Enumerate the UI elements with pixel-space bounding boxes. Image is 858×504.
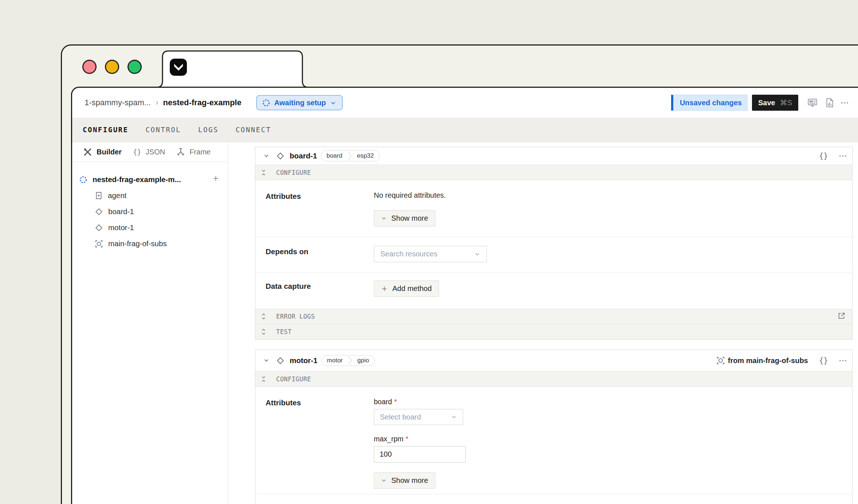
- motor-type-badge: motor gpio: [321, 355, 375, 366]
- field-max-rpm-label: max_rpm: [374, 435, 403, 443]
- awaiting-setup-spinner-icon: [262, 99, 270, 107]
- machine-spinner-icon: [79, 176, 87, 184]
- badge-divider: [348, 355, 352, 366]
- sidebar-mode-tabs: Builder {} JSON Frame: [72, 142, 228, 162]
- card-menu-icon[interactable]: ···: [839, 357, 847, 365]
- show-more-button[interactable]: Show more: [374, 210, 435, 227]
- motor-configure-section[interactable]: CONFIGURE: [255, 371, 852, 387]
- mode-builder-label: Builder: [97, 148, 122, 156]
- required-asterisk: *: [394, 398, 397, 406]
- collapse-chevron-icon[interactable]: [263, 358, 269, 363]
- tree-item-main-frag-of-subs[interactable]: main-frag-of-subs: [72, 236, 228, 252]
- tree-item-label: board-1: [108, 207, 134, 216]
- depends-placeholder: Search resources: [380, 250, 474, 258]
- board-card-header: board-1 board esp32 {} ···: [255, 147, 852, 165]
- test-label: TEST: [276, 328, 292, 335]
- mode-tab-builder[interactable]: Builder: [83, 147, 122, 157]
- badge-divider: [348, 150, 352, 161]
- board-configure-label: CONFIGURE: [276, 169, 311, 176]
- collapse-section-icon: [261, 169, 266, 176]
- show-more-label: Show more: [391, 476, 428, 485]
- motor-card-header: motor-1 motor gpio: [255, 350, 852, 371]
- from-fragment-label: from main-frag-of-subs: [728, 357, 808, 365]
- maximize-window-button[interactable]: [128, 60, 142, 74]
- show-more-label: Show more: [391, 214, 428, 223]
- component-diamond-icon: [276, 357, 285, 365]
- tree-root-machine[interactable]: nested-frag-example-m... +: [72, 172, 228, 188]
- expand-section-icon: [261, 313, 266, 320]
- app-window: 1-spammy-spam... › nested-frag-example A…: [71, 87, 858, 504]
- card-menu-icon[interactable]: ···: [839, 152, 847, 160]
- motor-card-tail: [255, 494, 852, 504]
- attributes-label: Attributes: [266, 180, 374, 237]
- plus-icon: [381, 286, 388, 292]
- badge-model: gpio: [352, 357, 375, 364]
- attributes-label: Attributes: [266, 387, 374, 489]
- depends-on-label: Depends on: [266, 237, 374, 272]
- code-braces-icon[interactable]: {}: [819, 151, 828, 160]
- close-window-button[interactable]: [82, 60, 97, 74]
- machine-nav: CONFIGURE CONTROL LOGS CONNECT: [72, 118, 858, 142]
- minimize-window-button[interactable]: [105, 60, 119, 74]
- motor-configure-label: CONFIGURE: [276, 375, 311, 383]
- mode-frame-label: Frame: [189, 148, 211, 156]
- code-braces-icon[interactable]: {}: [819, 356, 828, 365]
- chevron-down-icon: [451, 414, 457, 420]
- viam-logo: [170, 59, 187, 76]
- viam-logo-chevron: [173, 63, 184, 71]
- save-button[interactable]: Save ⌘S: [752, 95, 798, 111]
- tree-item-motor-1[interactable]: motor-1: [72, 220, 228, 236]
- board-card-title: board-1: [290, 151, 317, 160]
- depends-on-select[interactable]: Search resources: [374, 246, 487, 262]
- mode-tab-json[interactable]: {} JSON: [133, 148, 165, 156]
- tree-item-agent[interactable]: agent: [72, 188, 228, 204]
- board-type-badge: board esp32: [321, 150, 380, 161]
- max-rpm-input[interactable]: [374, 446, 466, 462]
- test-section[interactable]: TEST: [255, 324, 852, 339]
- tab-connect[interactable]: CONNECT: [236, 126, 271, 134]
- data-capture-row: Data capture Add method: [255, 272, 852, 309]
- more-options-button[interactable]: ···: [841, 99, 849, 107]
- machine-header: 1-spammy-spam... › nested-frag-example A…: [72, 88, 858, 118]
- configure-main: board-1 board esp32 {} ···: [228, 142, 858, 504]
- agent-file-icon: [95, 192, 103, 200]
- desktop-background: 1-spammy-spam... › nested-frag-example A…: [0, 0, 858, 504]
- tree-item-label: agent: [108, 191, 126, 200]
- select-board-placeholder: Select board: [380, 413, 451, 421]
- show-more-button[interactable]: Show more: [374, 472, 435, 489]
- machine-status-badge[interactable]: Awaiting setup: [256, 95, 343, 110]
- frame-axes-icon: [176, 147, 185, 156]
- history-button[interactable]: [826, 98, 834, 107]
- json-braces-icon: {}: [133, 148, 141, 156]
- builder-tools-icon: [83, 147, 92, 157]
- badge-type: motor: [321, 357, 348, 364]
- breadcrumb-parent[interactable]: 1-spammy-spam...: [85, 98, 151, 107]
- tree-item-board-1[interactable]: board-1: [72, 204, 228, 220]
- machine-status-label: Awaiting setup: [274, 99, 326, 107]
- external-link-icon[interactable]: [838, 312, 846, 320]
- machine-page-button[interactable]: [808, 98, 817, 107]
- add-method-button[interactable]: Add method: [374, 280, 439, 297]
- tab-configure[interactable]: CONFIGURE: [83, 126, 128, 134]
- tree-item-label: main-frag-of-subs: [108, 239, 167, 248]
- component-diamond-icon: [95, 208, 103, 216]
- chevron-down-icon: [330, 100, 336, 106]
- mode-tab-frame[interactable]: Frame: [176, 147, 211, 156]
- tab-control[interactable]: CONTROL: [145, 126, 181, 134]
- component-diamond-icon: [95, 224, 103, 232]
- collapse-chevron-icon[interactable]: [263, 153, 269, 159]
- motor-card: motor-1 motor gpio: [255, 350, 853, 504]
- error-logs-label: ERROR LOGS: [276, 313, 315, 320]
- save-shortcut: ⌘S: [780, 98, 792, 107]
- tree-item-label: motor-1: [108, 223, 134, 232]
- add-method-label: Add method: [392, 284, 432, 293]
- depends-on-row: Depends on Search resources: [255, 237, 852, 272]
- select-board-dropdown[interactable]: Select board: [374, 409, 463, 425]
- board-configure-section[interactable]: CONFIGURE: [255, 165, 852, 180]
- error-logs-section[interactable]: ERROR LOGS: [255, 309, 852, 324]
- tab-logs[interactable]: LOGS: [198, 126, 219, 134]
- data-capture-label: Data capture: [266, 272, 374, 309]
- add-resource-button[interactable]: +: [213, 173, 219, 184]
- expand-section-icon: [261, 328, 266, 335]
- motor-card-title: motor-1: [290, 356, 317, 365]
